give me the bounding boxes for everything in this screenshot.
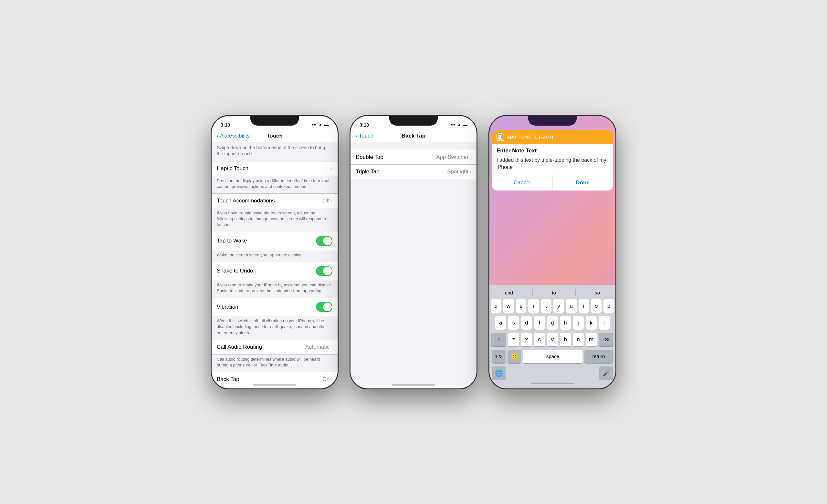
double-tap-value: App Switcher	[436, 154, 469, 160]
vibration-group: Vibration	[211, 298, 338, 316]
status-icons-1: ▪▪▪ ▲ ▬	[312, 122, 329, 127]
key-mic[interactable]: 🎤	[599, 366, 613, 380]
key-k[interactable]: k	[586, 316, 597, 330]
tap-wake-item[interactable]: Tap to Wake	[211, 232, 338, 250]
phone-2-screen: 3:13 ▪▪▪ ▲ ▬ ‹ Touch Back Tap Double Tap	[350, 116, 477, 389]
call-audio-label: Call Audio Routing	[217, 344, 305, 350]
triple-tap-right: Spotlight ›	[447, 168, 471, 175]
phone-3: 📝 ADD TO NOTE (FAST) Enter Note Text I a…	[489, 116, 616, 389]
nav-back-label-1[interactable]: Accessibility	[220, 133, 250, 139]
battery-icon-2: ▬	[463, 122, 468, 127]
touch-accom-right: Off ›	[323, 198, 332, 204]
key-backspace[interactable]: ⌫	[599, 333, 614, 346]
shake-undo-toggle[interactable]	[316, 266, 332, 276]
key-y[interactable]: y	[553, 299, 564, 313]
shake-undo-item[interactable]: Shake to Undo	[211, 262, 338, 280]
notch-3	[528, 116, 577, 125]
tap-wake-group: Tap to Wake	[211, 232, 338, 250]
tap-wake-label: Tap to Wake	[217, 238, 316, 244]
key-v[interactable]: v	[547, 333, 558, 346]
key-g[interactable]: g	[547, 316, 558, 330]
home-indicator-2	[392, 384, 435, 386]
intro-text-1: Swipe down on the bottom edge of the scr…	[211, 142, 338, 161]
call-audio-item[interactable]: Call Audio Routing Automatic ›	[211, 340, 338, 354]
key-emoji[interactable]: 🙂	[507, 350, 521, 363]
notes-modal-body-text: I added this text by triple-tapping the …	[496, 157, 608, 171]
key-x[interactable]: x	[521, 333, 532, 346]
key-r[interactable]: r	[528, 299, 539, 313]
call-audio-chevron: ›	[331, 345, 332, 350]
suggestion-to[interactable]: to	[548, 289, 560, 297]
key-h[interactable]: h	[560, 316, 571, 330]
key-123[interactable]: 123	[492, 350, 505, 363]
notes-cancel-button[interactable]: Cancel	[492, 175, 553, 191]
notes-modal-body: Enter Note Text I added this text by tri…	[492, 144, 613, 175]
back-tap-right: On ›	[323, 376, 332, 383]
touch-accom-chevron: ›	[331, 198, 332, 203]
key-d[interactable]: d	[521, 316, 532, 330]
signal-icon: ▪▪▪	[312, 122, 316, 127]
double-tap-label: Double Tap	[356, 154, 436, 160]
keyboard-globe-mic-row: 🌐 🎤	[491, 366, 614, 380]
battery-icon: ▬	[324, 122, 329, 127]
double-tap-item[interactable]: Double Tap App Switcher ›	[350, 150, 477, 165]
back-tap-content[interactable]: Double Tap App Switcher › Triple Tap Spo…	[350, 142, 477, 386]
tap-wake-toggle[interactable]	[316, 236, 332, 246]
key-u[interactable]: u	[566, 299, 577, 313]
key-e[interactable]: e	[516, 299, 527, 313]
key-return[interactable]: return	[584, 350, 613, 363]
notes-done-button[interactable]: Done	[553, 175, 613, 191]
key-s[interactable]: s	[508, 316, 519, 330]
status-icons-2: ▪▪▪ ▲ ▬	[451, 122, 468, 127]
nav-back-2[interactable]: ‹ Touch	[356, 133, 374, 139]
haptic-touch-item[interactable]: Haptic Touch ›	[211, 161, 338, 175]
key-space[interactable]: space	[523, 350, 582, 363]
vibration-footer: When this switch is off, all vibration o…	[211, 316, 338, 340]
double-tap-right: App Switcher ›	[436, 154, 471, 160]
double-tap-chevron: ›	[470, 155, 471, 160]
key-i[interactable]: i	[579, 299, 589, 313]
key-z[interactable]: z	[508, 333, 519, 346]
shake-undo-footer: If you tend to shake your iPhone by acci…	[211, 280, 338, 298]
suggestion-and[interactable]: and	[501, 289, 517, 297]
home-indicator-3-wrap	[491, 380, 614, 387]
back-chevron-icon: ‹	[217, 133, 219, 139]
key-c[interactable]: c	[534, 333, 545, 346]
key-globe[interactable]: 🌐	[492, 366, 505, 380]
key-p[interactable]: p	[603, 299, 614, 313]
key-m[interactable]: m	[586, 333, 597, 346]
keyboard-bottom-row: 123 🙂 space return	[491, 350, 614, 363]
vibration-toggle[interactable]	[316, 302, 332, 312]
triple-tap-chevron: ›	[470, 169, 471, 174]
suggestion-so[interactable]: so	[591, 289, 604, 297]
key-b[interactable]: b	[560, 333, 571, 346]
back-tap-label: Back Tap	[217, 376, 323, 383]
key-a[interactable]: a	[495, 316, 506, 330]
tap-wake-thumb	[323, 237, 332, 245]
key-shift[interactable]: ⇧	[491, 333, 506, 346]
haptic-touch-group: Haptic Touch ›	[211, 161, 338, 176]
key-t[interactable]: t	[541, 299, 551, 313]
notes-icon-symbol: 📝	[498, 135, 503, 140]
phone-2: 3:13 ▪▪▪ ▲ ▬ ‹ Touch Back Tap Double Tap	[350, 116, 477, 389]
triple-tap-item[interactable]: Triple Tap Spotlight ›	[350, 165, 477, 179]
signal-icon-2: ▪▪▪	[451, 122, 455, 127]
nav-back-1[interactable]: ‹ Accessibility	[217, 133, 250, 139]
key-w[interactable]: w	[503, 299, 514, 313]
phone-1: 3:13 ▪▪▪ ▲ ▬ ‹ Accessibility Touch Swipe…	[211, 116, 338, 389]
notes-modal-header-label: ADD TO NOTE (FAST)	[507, 135, 553, 140]
touch-accom-item[interactable]: Touch Accommodations Off ›	[211, 194, 338, 208]
key-j[interactable]: j	[573, 316, 584, 330]
key-n[interactable]: n	[573, 333, 584, 346]
settings-content-1[interactable]: Swipe down on the bottom edge of the scr…	[211, 142, 338, 386]
keyboard[interactable]: and to so q w e r t y u i o p a	[489, 285, 616, 389]
key-f[interactable]: f	[534, 316, 545, 330]
notch-1	[250, 116, 299, 125]
shake-undo-label: Shake to Undo	[217, 268, 316, 274]
key-q[interactable]: q	[491, 299, 501, 313]
vibration-item[interactable]: Vibration	[211, 298, 338, 316]
nav-back-label-2[interactable]: Touch	[359, 133, 374, 139]
notes-modal-buttons: Cancel Done	[492, 175, 613, 191]
key-l[interactable]: l	[599, 316, 610, 330]
key-o[interactable]: o	[591, 299, 601, 313]
